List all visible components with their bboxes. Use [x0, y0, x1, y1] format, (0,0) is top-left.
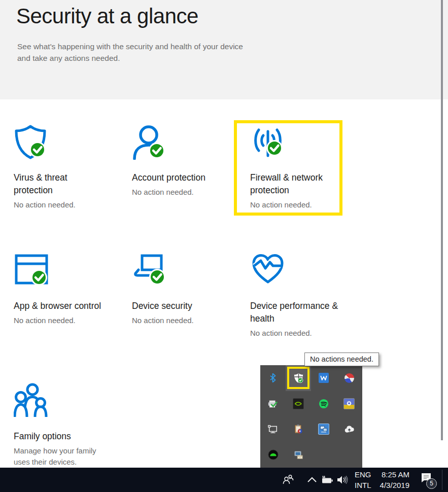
clock-time: 8:25 AM: [373, 469, 409, 480]
tile-title: Account protection: [132, 171, 239, 184]
tile-account-protection[interactable]: Account protection No action needed.: [132, 124, 239, 198]
notification-count-badge[interactable]: 5: [426, 478, 437, 489]
windows-security-shield-icon[interactable]: [286, 365, 311, 391]
tile-status: Manage how your family uses their device…: [14, 445, 113, 468]
tile-virus-threat-protection[interactable]: Virus & threat protection No action need…: [14, 124, 121, 210]
tile-family-options[interactable]: Family options Manage how your family us…: [14, 383, 121, 468]
w-zigzag-icon[interactable]: [311, 365, 336, 391]
clipboard-disc-icon[interactable]: [286, 416, 311, 442]
tile-title: Device performance & health: [250, 300, 344, 325]
chevron-up-icon[interactable]: [306, 476, 318, 485]
colored-ball-icon[interactable]: [336, 365, 362, 391]
nvidia-icon[interactable]: [286, 391, 311, 417]
vertical-scrollbar[interactable]: [441, 0, 443, 440]
tile-device-security[interactable]: Device security No action needed.: [132, 253, 239, 326]
network-signal-check-icon: [250, 124, 358, 160]
tile-status: No action needed.: [250, 328, 349, 339]
heart-pulse-icon: [250, 253, 358, 288]
bluetooth-icon[interactable]: [260, 365, 286, 391]
tray-tooltip: No actions needed.: [304, 353, 379, 366]
tile-status: No action needed.: [132, 315, 231, 326]
tile-title: Device security: [132, 300, 239, 312]
tile-status: No action needed.: [14, 199, 113, 210]
laptop-check-icon: [132, 253, 239, 288]
tray-highlight-box: [287, 367, 309, 389]
spotify-icon[interactable]: [311, 391, 336, 417]
gear-app-icon[interactable]: [336, 391, 362, 417]
clock[interactable]: 8:25 AM 4/3/2019: [373, 469, 409, 490]
volume-icon[interactable]: [336, 475, 348, 487]
clock-date: 4/3/2019: [373, 480, 409, 490]
tray-overflow-popup: [260, 365, 362, 468]
tile-status: No action needed.: [250, 199, 349, 210]
onedrive-cloud-icon[interactable]: [336, 416, 362, 442]
tile-status: No action needed.: [132, 187, 231, 198]
tile-title: App & browser control: [14, 300, 121, 312]
windows-security-app: Security at a glance See what's happenin…: [0, 0, 448, 492]
green-dome-icon[interactable]: [260, 442, 286, 468]
intel-graphics-icon[interactable]: [311, 416, 336, 442]
tile-status: No action needed.: [14, 315, 113, 326]
language-indicator[interactable]: ENG INTL: [355, 469, 371, 490]
taskbar-divider: [442, 470, 442, 490]
language-line1: ENG: [355, 469, 371, 480]
language-line2: INTL: [355, 480, 371, 490]
shield-check-icon: [14, 124, 121, 160]
person-check-icon: [132, 124, 239, 160]
tile-firewall-network-protection[interactable]: Firewall & network protection No action …: [250, 124, 358, 210]
family-icon: [14, 383, 121, 418]
people-icon[interactable]: [282, 474, 294, 487]
page-title: Security at a glance: [16, 4, 198, 28]
taskbar: ENG INTL 8:25 AM 4/3/2019: [0, 468, 448, 492]
tile-app-browser-control[interactable]: App & browser control No action needed.: [14, 253, 121, 326]
monitor-envelope-icon[interactable]: [286, 442, 311, 468]
app-window-check-icon: [14, 253, 121, 288]
tile-title: Family options: [14, 430, 121, 443]
tile-title: Firewall & network protection: [250, 171, 339, 197]
tray-empty-cell: [336, 442, 362, 468]
tray-empty-cell: [311, 442, 336, 468]
tile-title: Virus & threat protection: [14, 171, 90, 197]
tile-device-performance-health[interactable]: Device performance & health No action ne…: [250, 253, 358, 339]
battery-icon[interactable]: [321, 475, 334, 487]
page-subtitle: See what's happening with the security a…: [17, 41, 257, 64]
network-monitor-icon[interactable]: [260, 416, 286, 442]
printer-check-icon[interactable]: [260, 391, 286, 417]
page-header: Security at a glance See what's happenin…: [0, 0, 448, 99]
